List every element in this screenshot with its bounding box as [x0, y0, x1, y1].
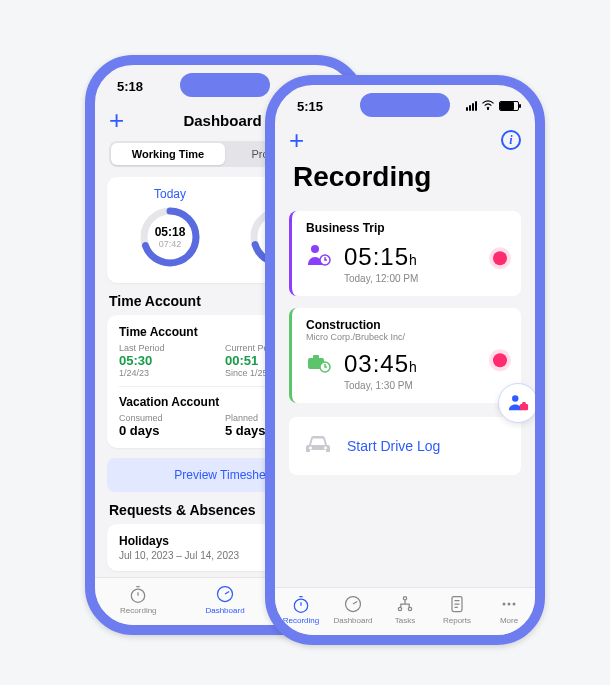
add-button[interactable]: + [109, 107, 124, 133]
time-entry[interactable]: Construction Micro Corp./Brubeck Inc/ 03… [289, 308, 521, 403]
entry-time: 03:45 [344, 350, 409, 377]
stopwatch-icon [275, 594, 327, 614]
briefcase-clock-icon [306, 350, 332, 378]
document-icon [431, 594, 483, 614]
page-title: Dashboard [183, 112, 261, 129]
ring-target: 07:42 [159, 239, 182, 249]
last-period-label: Last Period [119, 343, 225, 353]
ring-today: Today 05:18 07:42 [119, 187, 221, 273]
last-period-value: 05:30 [119, 353, 225, 368]
more-icon [483, 594, 535, 614]
svg-rect-13 [313, 355, 319, 359]
stopwatch-icon [95, 584, 182, 604]
tab-recording[interactable]: Recording [275, 594, 327, 625]
person-briefcase-icon [507, 392, 529, 414]
hierarchy-icon [379, 594, 431, 614]
svg-point-24 [503, 603, 506, 606]
entry-title: Construction [306, 318, 509, 332]
svg-rect-17 [522, 402, 526, 405]
tab-dashboard[interactable]: Dashboard [327, 594, 379, 625]
tab-label: Tasks [379, 616, 431, 625]
record-indicator-icon[interactable] [493, 251, 507, 265]
notch [180, 73, 270, 97]
notch [360, 93, 450, 117]
tab-label: Recording [275, 616, 327, 625]
svg-point-21 [398, 607, 401, 610]
tab-more[interactable]: More [483, 594, 535, 625]
last-period-date: 1/24/23 [119, 368, 225, 378]
tab-label: More [483, 616, 535, 625]
tab-tasks[interactable]: Tasks [379, 594, 431, 625]
tab-label: Recording [95, 606, 182, 615]
entry-time: 05:15 [344, 243, 409, 270]
svg-point-26 [513, 603, 516, 606]
svg-point-22 [408, 607, 411, 610]
drive-log-label: Start Drive Log [347, 438, 440, 454]
entry-title: Business Trip [306, 221, 509, 235]
tab-label: Dashboard [327, 616, 379, 625]
status-time: 5:18 [117, 79, 143, 94]
wifi-icon [481, 99, 495, 113]
svg-point-20 [403, 597, 406, 600]
status-icons [466, 99, 519, 113]
tab-label: Dashboard [182, 606, 269, 615]
time-entry[interactable]: Business Trip 05:15h Today, 12:00 PM [289, 211, 521, 296]
person-clock-icon [306, 243, 332, 271]
svg-point-10 [311, 245, 319, 253]
entry-when: Today, 12:00 PM [344, 273, 509, 284]
tab-working-time[interactable]: Working Time [111, 143, 225, 165]
svg-point-25 [508, 603, 511, 606]
gauge-icon [327, 594, 379, 614]
info-icon[interactable]: i [501, 130, 521, 150]
signal-icon [466, 101, 477, 111]
entry-unit: h [409, 252, 418, 268]
drive-log-card[interactable]: Start Drive Log [289, 417, 521, 475]
gauge-icon [182, 584, 269, 604]
status-time: 5:15 [297, 99, 323, 114]
tab-bar: Recording Dashboard Tasks Reports More [275, 587, 535, 635]
ring-label: Today [119, 187, 221, 201]
top-bar: + i [275, 127, 535, 159]
battery-icon [499, 101, 519, 111]
phone-recording: 5:15 + i Recording Business Trip 05:15h … [265, 75, 545, 645]
svg-point-9 [487, 108, 488, 109]
entry-subtitle: Micro Corp./Brubeck Inc/ [306, 332, 509, 342]
vacation-consumed-label: Consumed [119, 413, 225, 423]
car-icon [303, 433, 333, 459]
svg-rect-16 [520, 404, 528, 410]
page-title: Recording [275, 159, 535, 201]
entry-when: Today, 1:30 PM [344, 380, 509, 391]
contacts-fab[interactable] [498, 383, 538, 423]
tab-reports[interactable]: Reports [431, 594, 483, 625]
tab-dashboard[interactable]: Dashboard [182, 584, 269, 615]
vacation-consumed-value: 0 days [119, 423, 225, 438]
record-indicator-icon[interactable] [493, 353, 507, 367]
ring-value: 05:18 [155, 225, 186, 239]
add-button[interactable]: + [289, 127, 304, 153]
entry-unit: h [409, 359, 418, 375]
svg-point-15 [512, 395, 518, 401]
tab-recording[interactable]: Recording [95, 584, 182, 615]
tab-label: Reports [431, 616, 483, 625]
